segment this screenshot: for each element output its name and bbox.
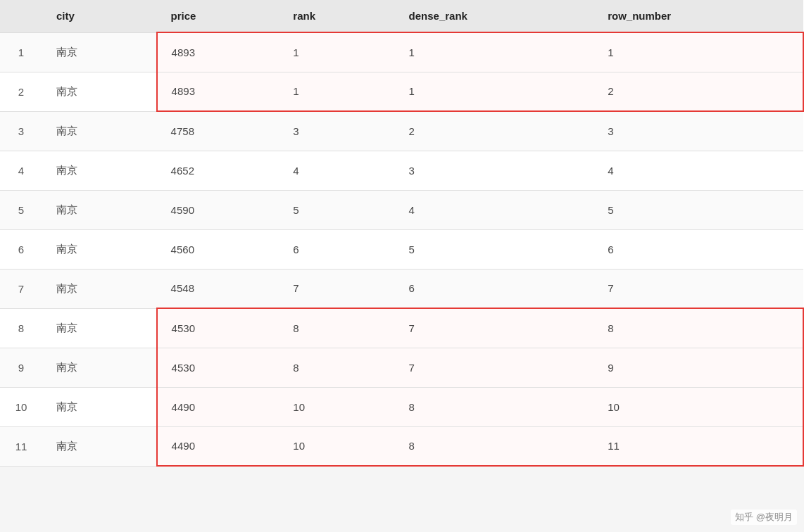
table-cell-rank-col: 1 <box>279 72 394 111</box>
table-cell-price-col: 4490 <box>157 426 279 466</box>
table-cell-rank-col: 8 <box>279 348 394 387</box>
table-cell-dense-rank-col: 8 <box>395 426 594 466</box>
table-cell-index-col: 1 <box>0 32 42 72</box>
table-cell-city-col: 南京 <box>42 269 157 308</box>
table-cell-index-col: 8 <box>0 308 42 348</box>
watermark: 知乎 @夜明月 <box>731 509 797 525</box>
col-header-dense-rank: dense_rank <box>395 0 594 32</box>
table-cell-row-number-col: 5 <box>593 190 803 229</box>
table-cell-row-number-col: 11 <box>593 426 803 466</box>
table-cell-price-col: 4548 <box>157 269 279 308</box>
table-cell-row-number-col: 1 <box>593 32 803 72</box>
col-header-rank: rank <box>279 0 394 32</box>
table-cell-city-col: 南京 <box>42 229 157 269</box>
table-cell-city-col: 南京 <box>42 190 157 229</box>
data-table: city price rank dense_rank row_number 1南… <box>0 0 804 467</box>
table-row: 3南京4758323 <box>0 111 803 151</box>
table-row: 11南京449010811 <box>0 426 803 466</box>
table-cell-price-col: 4490 <box>157 387 279 426</box>
table-row: 8南京4530878 <box>0 308 803 348</box>
table-cell-dense-rank-col: 7 <box>395 308 594 348</box>
table-cell-rank-col: 10 <box>279 387 394 426</box>
table-cell-city-col: 南京 <box>42 426 157 466</box>
table-cell-dense-rank-col: 7 <box>395 348 594 387</box>
table-row: 4南京4652434 <box>0 151 803 190</box>
table-cell-index-col: 6 <box>0 229 42 269</box>
col-header-index <box>0 0 42 32</box>
table-cell-index-col: 2 <box>0 72 42 111</box>
table-cell-dense-rank-col: 1 <box>395 72 594 111</box>
table-cell-rank-col: 4 <box>279 151 394 190</box>
table-cell-rank-col: 8 <box>279 308 394 348</box>
table-row: 7南京4548767 <box>0 269 803 308</box>
table-cell-price-col: 4758 <box>157 111 279 151</box>
table-cell-index-col: 9 <box>0 348 42 387</box>
table-cell-index-col: 7 <box>0 269 42 308</box>
table-cell-price-col: 4893 <box>157 72 279 111</box>
col-header-price: price <box>157 0 279 32</box>
table-cell-city-col: 南京 <box>42 348 157 387</box>
table-cell-price-col: 4893 <box>157 32 279 72</box>
table-cell-dense-rank-col: 2 <box>395 111 594 151</box>
table-cell-row-number-col: 9 <box>593 348 803 387</box>
table-row: 10南京449010810 <box>0 387 803 426</box>
table-cell-price-col: 4530 <box>157 308 279 348</box>
table-cell-price-col: 4530 <box>157 348 279 387</box>
table-row: 2南京4893112 <box>0 72 803 111</box>
table-cell-index-col: 4 <box>0 151 42 190</box>
table-container: city price rank dense_rank row_number 1南… <box>0 0 804 467</box>
table-cell-row-number-col: 4 <box>593 151 803 190</box>
table-row: 5南京4590545 <box>0 190 803 229</box>
table-cell-city-col: 南京 <box>42 308 157 348</box>
table-cell-price-col: 4560 <box>157 229 279 269</box>
table-cell-index-col: 3 <box>0 111 42 151</box>
table-cell-index-col: 5 <box>0 190 42 229</box>
table-row: 1南京4893111 <box>0 32 803 72</box>
table-cell-dense-rank-col: 4 <box>395 190 594 229</box>
table-cell-city-col: 南京 <box>42 32 157 72</box>
table-cell-rank-col: 3 <box>279 111 394 151</box>
table-cell-dense-rank-col: 3 <box>395 151 594 190</box>
table-row: 6南京4560656 <box>0 229 803 269</box>
table-cell-row-number-col: 6 <box>593 229 803 269</box>
table-cell-rank-col: 5 <box>279 190 394 229</box>
table-cell-dense-rank-col: 6 <box>395 269 594 308</box>
table-cell-price-col: 4590 <box>157 190 279 229</box>
table-cell-city-col: 南京 <box>42 72 157 111</box>
table-cell-index-col: 10 <box>0 387 42 426</box>
table-cell-index-col: 11 <box>0 426 42 466</box>
table-cell-city-col: 南京 <box>42 387 157 426</box>
col-header-row-number: row_number <box>593 0 803 32</box>
table-cell-row-number-col: 3 <box>593 111 803 151</box>
table-cell-price-col: 4652 <box>157 151 279 190</box>
table-cell-dense-rank-col: 8 <box>395 387 594 426</box>
table-cell-row-number-col: 8 <box>593 308 803 348</box>
table-cell-rank-col: 1 <box>279 32 394 72</box>
table-cell-row-number-col: 7 <box>593 269 803 308</box>
table-cell-city-col: 南京 <box>42 151 157 190</box>
table-row: 9南京4530879 <box>0 348 803 387</box>
table-cell-rank-col: 7 <box>279 269 394 308</box>
table-header-row: city price rank dense_rank row_number <box>0 0 803 32</box>
table-cell-rank-col: 10 <box>279 426 394 466</box>
table-cell-dense-rank-col: 1 <box>395 32 594 72</box>
table-cell-rank-col: 6 <box>279 229 394 269</box>
col-header-city: city <box>42 0 157 32</box>
table-cell-city-col: 南京 <box>42 111 157 151</box>
table-cell-dense-rank-col: 5 <box>395 229 594 269</box>
table-cell-row-number-col: 2 <box>593 72 803 111</box>
table-cell-row-number-col: 10 <box>593 387 803 426</box>
